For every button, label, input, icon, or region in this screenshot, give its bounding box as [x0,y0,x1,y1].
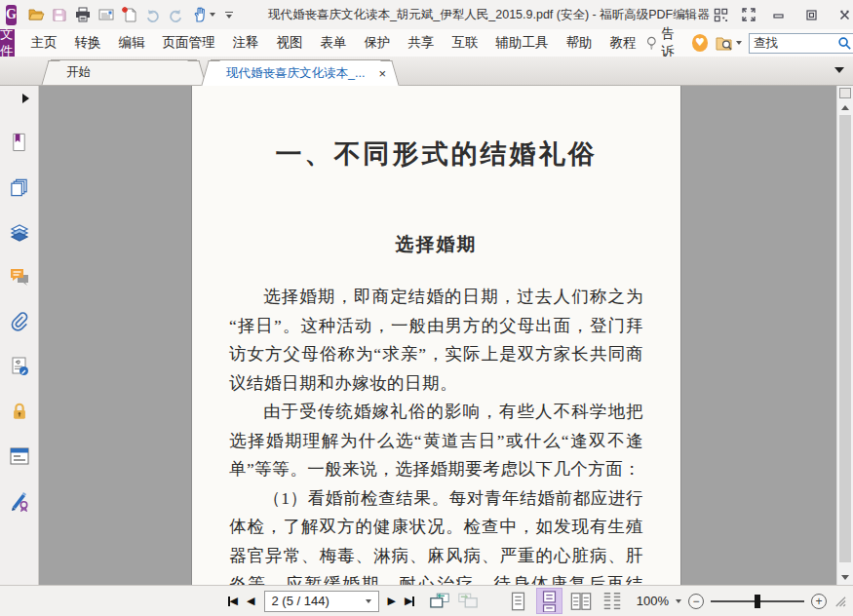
print-button[interactable] [71,3,95,26]
favorites-heart-icon[interactable]: ♥ [692,34,708,52]
tab-start[interactable]: 开始 [51,59,197,85]
close-window-button[interactable] [831,3,853,26]
statusbar: ◀ ◀ 2 (5 / 144) ▶ ▶ [0,585,853,616]
last-page-button[interactable]: ▶ [405,592,414,611]
bookmark-icon [9,132,29,153]
page-number-value: 2 (5 / 144) [272,594,330,608]
minimize-button[interactable] [764,3,794,26]
sidebar-icons [0,132,38,512]
zoom-dropdown-caret[interactable] [676,599,681,603]
resize-grip-icon[interactable] [834,595,846,607]
open-file-button[interactable] [24,3,48,26]
digital-ids-panel-button[interactable] [8,356,31,377]
page-number-combo[interactable]: 2 (5 / 144) [264,591,379,612]
section-heading: 选择婚期 [229,232,643,257]
pages-icon [9,176,29,198]
collapse-toolbar-caret[interactable] [834,67,844,73]
comments-panel-button[interactable] [8,266,31,288]
paragraph: 选择婚期，即商定结婚的日期，过去人们称之为“择日”。这种活动，一般由男方的父母出… [229,283,643,398]
folder-search-icon [715,35,734,52]
continuous-page-icon [541,591,558,612]
signature-pen-icon [9,490,30,512]
qr-share-button[interactable] [710,3,733,26]
menu-item-comment[interactable]: 注释 [224,29,268,57]
signed-document-icon [9,356,30,377]
pdf-page[interactable]: 一、不同形式的结婚礼俗 选择婚期 选择婚期，即商定结婚的日期，过去人们称之为“择… [191,86,681,585]
menu-item-convert[interactable]: 转换 [66,29,110,57]
menu-file-button[interactable]: 文件 [0,29,15,57]
single-page-view-button[interactable] [505,588,531,614]
document-viewer[interactable]: 一、不同形式的结婚礼俗 选择婚期 选择婚期，即商定结婚的日期，过去人们称之为“择… [39,86,836,585]
customize-quick-access-button[interactable] [217,3,241,26]
menu-item-form[interactable]: 表单 [312,29,356,57]
view-history-buttons [429,592,479,610]
tab-document-active[interactable]: 现代婚丧喜庆文化读本_... × [211,59,390,86]
find-box[interactable] [749,33,853,54]
paragraph: （1）看婚前检查结果。每对青年结婚前都应进行体检，了解双方的健康状况。检查中，如… [229,484,643,586]
continuous-facing-icon [601,591,623,612]
comment-icon [9,266,30,288]
bookmarks-panel-button[interactable] [8,132,31,153]
restore-button[interactable] [797,3,827,26]
zoom-out-button[interactable]: − [688,594,704,609]
fullscreen-icon [741,7,756,22]
split-view-handle[interactable] [839,88,851,98]
menu-item-edit[interactable]: 编辑 [110,29,154,57]
scroll-down-button[interactable] [837,570,853,585]
menu-item-organize[interactable]: 页面管理 [154,29,224,57]
menu-item-accessibility[interactable]: 辅助工具 [487,29,558,57]
scroll-up-button[interactable] [837,100,853,115]
save-button[interactable] [48,3,71,26]
find-input[interactable] [754,36,837,50]
previous-view-button[interactable] [429,592,450,610]
layers-icon [9,221,30,243]
previous-page-button[interactable]: ◀ [247,592,254,611]
zoom-level-value[interactable]: 100% [637,594,669,608]
hand-tool-button[interactable] [188,3,212,26]
redo-button[interactable] [165,3,188,26]
fields-panel-button[interactable] [8,445,31,467]
open-folder-icon [27,6,45,23]
zoom-controls: 100% − + [637,594,846,609]
expand-panel-arrow-icon[interactable] [22,94,29,103]
vertical-scrollbar[interactable] [836,86,853,585]
continuous-facing-view-button[interactable] [599,588,625,614]
titlebar-right-controls [710,3,853,26]
email-button[interactable] [95,3,118,26]
zoom-slider[interactable] [711,594,804,609]
menu-item-home[interactable]: 主页 [22,29,66,57]
tell-me-button[interactable]: 告诉 [645,25,685,60]
layers-panel-button[interactable] [8,221,31,243]
facing-view-button[interactable] [567,588,594,614]
lock-icon [10,401,29,422]
menu-item-view[interactable]: 视图 [268,29,312,57]
page-thumbnails-panel-button[interactable] [8,176,31,198]
paragraph: 由于受传统婚嫁礼俗的影响，有些人不科学地把选择婚期理解为什么选“黄道吉日”或什么… [229,398,643,484]
fullscreen-button[interactable] [737,3,760,26]
create-pdf-button[interactable] [118,3,141,26]
zoom-in-button[interactable]: + [811,594,827,609]
tab-close-icon[interactable]: × [378,67,386,80]
menu-item-tutorial[interactable]: 教程 [601,29,645,57]
search-icon[interactable] [837,36,852,51]
next-page-button[interactable]: ▶ [388,592,396,611]
scrollbar-track[interactable] [837,115,853,570]
signatures-panel-button[interactable] [8,490,31,512]
zoom-slider-handle[interactable] [755,595,760,608]
menu-item-connect[interactable]: 互联 [444,29,487,57]
menu-item-help[interactable]: 帮助 [558,29,601,57]
close-icon [838,9,851,21]
attachments-panel-button[interactable] [8,311,31,332]
redo-icon [168,7,184,23]
search-folder-button[interactable] [715,35,742,52]
single-page-icon [510,591,526,612]
menu-item-share[interactable]: 共享 [400,29,444,57]
first-page-button[interactable]: ◀ [228,592,238,611]
hand-tool-dropdown-caret[interactable] [210,13,215,17]
continuous-view-button-active[interactable] [536,588,562,614]
menu-item-protect[interactable]: 保护 [356,29,400,57]
next-view-button-disabled[interactable] [457,592,479,610]
scrollbar-thumb[interactable] [839,115,851,562]
security-panel-button[interactable] [8,401,31,422]
undo-button[interactable] [141,3,165,26]
